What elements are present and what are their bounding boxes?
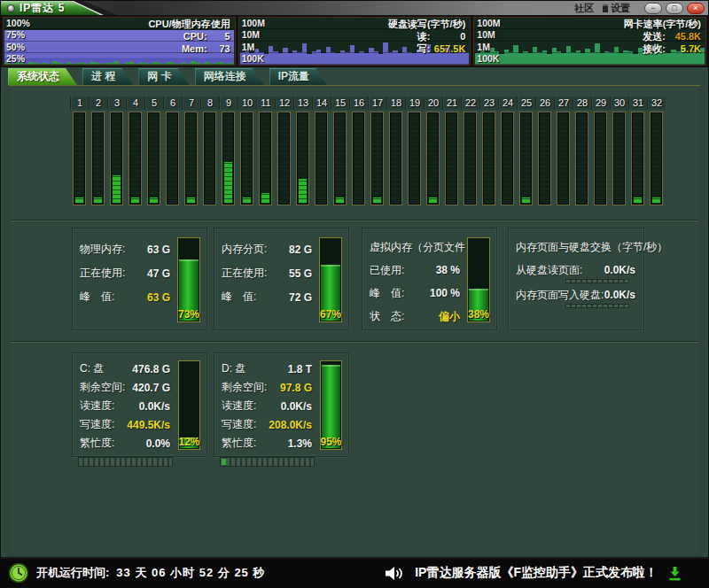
app-title: IP雷达 5 (19, 1, 65, 16)
graph-title: 网卡速率(字节/秒) (624, 19, 701, 31)
graph-readout: Mem:73 (148, 43, 230, 56)
row-value: 100 % (430, 287, 460, 299)
core-usage-fill (429, 197, 437, 203)
usage-bar: 95% (320, 360, 342, 450)
row-label: 读速度: (80, 398, 114, 414)
core-usage-bar (389, 112, 402, 205)
row-value: 0.0K/s (604, 289, 635, 301)
cpu-core-column: 1 (70, 97, 89, 205)
core-number: 29 (591, 97, 610, 110)
core-number: 26 (535, 97, 554, 110)
cpu-core-column: 21 (442, 97, 461, 205)
scale-label: 100K (477, 53, 499, 64)
maximize-button[interactable]: □ (666, 3, 683, 14)
usage-bar-label: 67% (316, 308, 345, 321)
core-usage-bar (91, 112, 105, 205)
core-number: 1 (70, 97, 89, 110)
graph-title: 硬盘读写(字节/秒) (388, 19, 465, 31)
core-usage-bar (147, 112, 160, 205)
cpu-core-column: 18 (386, 97, 405, 205)
tab-ip-traffic[interactable]: IP流量 (269, 68, 327, 85)
row-value: 63 G (147, 244, 170, 256)
core-number: 11 (256, 97, 275, 110)
row-label: 繁忙度: (80, 436, 114, 451)
scale-label: 50% (6, 42, 25, 52)
row-label: D: 盘 (222, 361, 245, 376)
core-usage-bar (315, 112, 328, 205)
section-divider (11, 220, 698, 221)
usage-bar-label: 95% (317, 436, 345, 448)
core-usage-fill (299, 179, 307, 203)
row-label: 状 态: (370, 309, 404, 324)
cpu-core-column: 7 (182, 97, 200, 205)
core-number: 16 (349, 97, 368, 110)
close-button[interactable]: × (687, 3, 705, 14)
scale-label: 25% (6, 53, 25, 64)
core-number: 21 (442, 97, 461, 110)
core-usage-bar (73, 112, 86, 205)
core-usage-bar (575, 112, 588, 205)
scale-label: 75% (6, 29, 25, 40)
announcement-text[interactable]: IP雷达服务器版《F监控助手》正式发布啦！ (415, 565, 658, 581)
usage-bar: 38% (467, 237, 490, 322)
row-value: 55 G (289, 267, 312, 280)
disk-io-graph: 100M10M1M100K硬盘读写(字节/秒)读:0写:657.5K (238, 17, 471, 66)
core-number: 20 (424, 97, 442, 110)
core-number: 3 (107, 97, 126, 110)
tab-processes[interactable]: 进 程 (82, 68, 133, 85)
cpu-core-column: 28 (573, 97, 591, 205)
busy-meter (220, 457, 315, 467)
core-usage-bar (333, 112, 347, 205)
usage-bar: 73% (177, 237, 200, 322)
row-label: 读速度: (222, 398, 256, 414)
core-usage-bar (296, 112, 309, 205)
tab-network-card[interactable]: 网 卡 (138, 68, 189, 85)
graph-readout: 读:0 (388, 31, 465, 43)
core-usage-bar (501, 112, 514, 205)
usage-bar-label: 73% (175, 308, 203, 321)
scale-label: 100M (242, 18, 265, 28)
statusbar: 开机运行时间: 33 天 06 小时 52 分 25 秒 IP雷达服务器版《F监… (1, 557, 708, 587)
core-usage-fill (373, 197, 381, 203)
network-rate-graph: 100M10M1M100K网卡速率(字节/秒)发送:45.8K接收:5.7K (473, 17, 706, 66)
row-value: 47 G (147, 267, 170, 280)
core-usage-bar (184, 112, 198, 205)
core-usage-bar (445, 112, 458, 205)
row-value: 偏小 (439, 309, 460, 324)
core-usage-bar (166, 112, 179, 205)
core-number: 4 (126, 97, 144, 110)
core-number: 15 (331, 97, 349, 110)
row-value: 63 G (147, 291, 170, 304)
speaker-icon[interactable] (385, 566, 404, 581)
section-divider (11, 341, 698, 343)
uptime-value: 33 天 06 小时 52 分 25 秒 (116, 565, 265, 581)
row-label: 已使用: (370, 263, 404, 278)
clock-icon (8, 562, 29, 584)
settings-button[interactable]: 设置 (603, 2, 630, 15)
core-usage-bar (240, 112, 253, 205)
core-number: 22 (461, 97, 479, 110)
cpu-core-column: 17 (368, 97, 386, 205)
row-value: 0.0K/s (281, 400, 312, 413)
cpu-core-column: 3 (107, 97, 126, 205)
core-usage-bar (352, 112, 365, 205)
row-label: 从硬盘读页面: (516, 263, 582, 278)
row-value: 0.0K/s (139, 400, 170, 413)
memory-panels-row: 物理内存:63 G正在使用:47 G峰 值:63 G73%内存分页:82 G正在… (9, 228, 700, 330)
tab-connections[interactable]: 网络连接 (195, 68, 264, 85)
scale-label: 100% (6, 18, 30, 28)
row-label: 内存分页: (222, 242, 267, 257)
row-value: 1.3% (288, 437, 312, 450)
row-label: 正在使用: (222, 266, 267, 281)
content-panel: 1234567891011121314151617181920212223242… (8, 85, 701, 557)
cpu-core-column: 13 (293, 97, 312, 205)
download-icon[interactable] (668, 566, 682, 581)
row-label: 剩余空间: (80, 380, 125, 395)
disk-panel-1: C: 盘476.8 G剩余空间:420.7 G读速度:0.0K/s写速度:449… (72, 352, 207, 457)
row-value: 420.7 G (132, 382, 170, 394)
core-usage-fill (634, 197, 642, 203)
minimize-button[interactable]: − (644, 3, 662, 14)
community-button[interactable]: 社区 (574, 2, 594, 15)
graph-title: CPU/物理内存使用 (148, 19, 230, 31)
tab-system-status[interactable]: 系统状态 (8, 68, 77, 85)
